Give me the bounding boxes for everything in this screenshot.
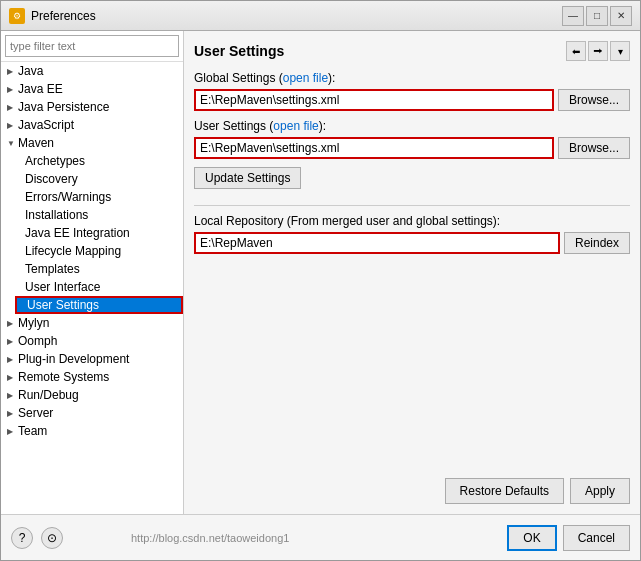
title-bar: ⚙ Preferences — □ ✕ (1, 1, 640, 31)
filter-input[interactable] (5, 35, 179, 57)
global-settings-input[interactable] (194, 89, 554, 111)
sidebar-item-label: Maven (18, 136, 54, 150)
sidebar-item-label: Remote Systems (18, 370, 109, 384)
local-repo-row: Reindex (194, 232, 630, 254)
sidebar-item-label: Java Persistence (18, 100, 109, 114)
filter-row (1, 31, 183, 62)
window-icon: ⚙ (9, 8, 25, 24)
sidebar-item-errors-warnings[interactable]: Errors/Warnings (15, 188, 183, 206)
arrow-icon: ▶ (7, 67, 15, 76)
sidebar-item-label: Archetypes (25, 154, 85, 168)
sidebar-item-label: Team (18, 424, 47, 438)
maximize-button[interactable]: □ (586, 6, 608, 26)
global-open-file-link[interactable]: open file (283, 71, 328, 85)
title-bar-controls: — □ ✕ (562, 6, 632, 26)
sidebar-item-label: Templates (25, 262, 80, 276)
sidebar-item-mylyn[interactable]: ▶ Mylyn (1, 314, 183, 332)
sidebar-item-remote-systems[interactable]: ▶ Remote Systems (1, 368, 183, 386)
sidebar-item-installations[interactable]: Installations (15, 206, 183, 224)
sidebar-item-maven[interactable]: ▼ Maven (1, 134, 183, 152)
close-button[interactable]: ✕ (610, 6, 632, 26)
global-settings-label: Global Settings (open file): (194, 71, 630, 85)
dropdown-button[interactable]: ▾ (610, 41, 630, 61)
sidebar-item-archetypes[interactable]: Archetypes (15, 152, 183, 170)
page-title: User Settings (194, 43, 284, 59)
restore-defaults-button[interactable]: Restore Defaults (445, 478, 564, 504)
sidebar-item-label: Mylyn (18, 316, 49, 330)
forward-button[interactable]: ⮕ (588, 41, 608, 61)
sidebar-item-label: Discovery (25, 172, 78, 186)
local-repo-input[interactable] (194, 232, 560, 254)
global-browse-button[interactable]: Browse... (558, 89, 630, 111)
sidebar-item-javaee[interactable]: ▶ Java EE (1, 80, 183, 98)
minimize-button[interactable]: — (562, 6, 584, 26)
arrow-icon: ▶ (7, 337, 15, 346)
sidebar-item-lifecycle-mapping[interactable]: Lifecycle Mapping (15, 242, 183, 260)
spacer (194, 262, 630, 470)
watermark: http://blog.csdn.net/taoweidong1 (131, 532, 289, 544)
arrow-icon: ▶ (7, 355, 15, 364)
arrow-icon: ▶ (7, 103, 15, 112)
arrow-icon: ▶ (7, 319, 15, 328)
sidebar-item-label: Installations (25, 208, 88, 222)
arrow-icon: ▶ (7, 85, 15, 94)
tree-area: ▶ Java ▶ Java EE ▶ Java Persistence ▶ Ja… (1, 62, 183, 514)
sidebar-item-java-persistence[interactable]: ▶ Java Persistence (1, 98, 183, 116)
update-settings-button[interactable]: Update Settings (194, 167, 301, 189)
sidebar-item-javaee-integration[interactable]: Java EE Integration (15, 224, 183, 242)
window-title: Preferences (31, 9, 96, 23)
title-bar-left: ⚙ Preferences (9, 8, 96, 24)
local-repo-label: Local Repository (From merged user and g… (194, 214, 630, 228)
sidebar-item-run-debug[interactable]: ▶ Run/Debug (1, 386, 183, 404)
arrow-icon: ▶ (7, 373, 15, 382)
sidebar-item-label: Oomph (18, 334, 57, 348)
bottom-left: ? ⊙ http://blog.csdn.net/taoweidong1 (11, 527, 289, 549)
sidebar-item-label: Run/Debug (18, 388, 79, 402)
sidebar-item-label: Errors/Warnings (25, 190, 111, 204)
back-button[interactable]: ⬅ (566, 41, 586, 61)
header-toolbar: ⬅ ⮕ ▾ (566, 41, 630, 61)
sidebar-item-team[interactable]: ▶ Team (1, 422, 183, 440)
sidebar-item-label: Java (18, 64, 43, 78)
main-panel: User Settings ⬅ ⮕ ▾ Global Settings (ope… (184, 31, 640, 514)
update-settings-row: Update Settings (194, 167, 630, 189)
user-settings-input[interactable] (194, 137, 554, 159)
bottom-bar: ? ⊙ http://blog.csdn.net/taoweidong1 OK … (1, 514, 640, 560)
user-settings-row: Browse... (194, 137, 630, 159)
separator (194, 205, 630, 206)
content-area: ▶ Java ▶ Java EE ▶ Java Persistence ▶ Ja… (1, 31, 640, 514)
ok-button[interactable]: OK (507, 525, 556, 551)
sidebar-item-label: Java EE Integration (25, 226, 130, 240)
arrow-icon: ▼ (7, 139, 15, 148)
arrow-icon: ▶ (7, 391, 15, 400)
sidebar-item-discovery[interactable]: Discovery (15, 170, 183, 188)
cancel-button[interactable]: Cancel (563, 525, 630, 551)
reindex-button[interactable]: Reindex (564, 232, 630, 254)
sidebar-item-plugin-dev[interactable]: ▶ Plug-in Development (1, 350, 183, 368)
info-icon[interactable]: ⊙ (41, 527, 63, 549)
user-browse-button[interactable]: Browse... (558, 137, 630, 159)
sidebar-item-label: Plug-in Development (18, 352, 129, 366)
help-icon[interactable]: ? (11, 527, 33, 549)
sidebar-item-java[interactable]: ▶ Java (1, 62, 183, 80)
sidebar-item-server[interactable]: ▶ Server (1, 404, 183, 422)
sidebar: ▶ Java ▶ Java EE ▶ Java Persistence ▶ Ja… (1, 31, 184, 514)
sidebar-item-oomph[interactable]: ▶ Oomph (1, 332, 183, 350)
arrow-icon: ▶ (7, 409, 15, 418)
arrow-icon: ▶ (7, 427, 15, 436)
sidebar-item-templates[interactable]: Templates (15, 260, 183, 278)
maven-children: Archetypes Discovery Errors/Warnings Ins… (1, 152, 183, 314)
user-settings-label: User Settings (open file): (194, 119, 630, 133)
preferences-window: ⚙ Preferences — □ ✕ ▶ Java ▶ Java EE (0, 0, 641, 561)
sidebar-item-label: Lifecycle Mapping (25, 244, 121, 258)
user-open-file-link[interactable]: open file (273, 119, 318, 133)
sidebar-item-label: User Interface (25, 280, 100, 294)
sidebar-item-label: Java EE (18, 82, 63, 96)
global-settings-row: Browse... (194, 89, 630, 111)
sidebar-item-user-settings[interactable]: User Settings (15, 296, 183, 314)
sidebar-item-user-interface[interactable]: User Interface (15, 278, 183, 296)
apply-button[interactable]: Apply (570, 478, 630, 504)
main-header: User Settings ⬅ ⮕ ▾ (194, 41, 630, 61)
bottom-right: OK Cancel (507, 525, 630, 551)
sidebar-item-javascript[interactable]: ▶ JavaScript (1, 116, 183, 134)
